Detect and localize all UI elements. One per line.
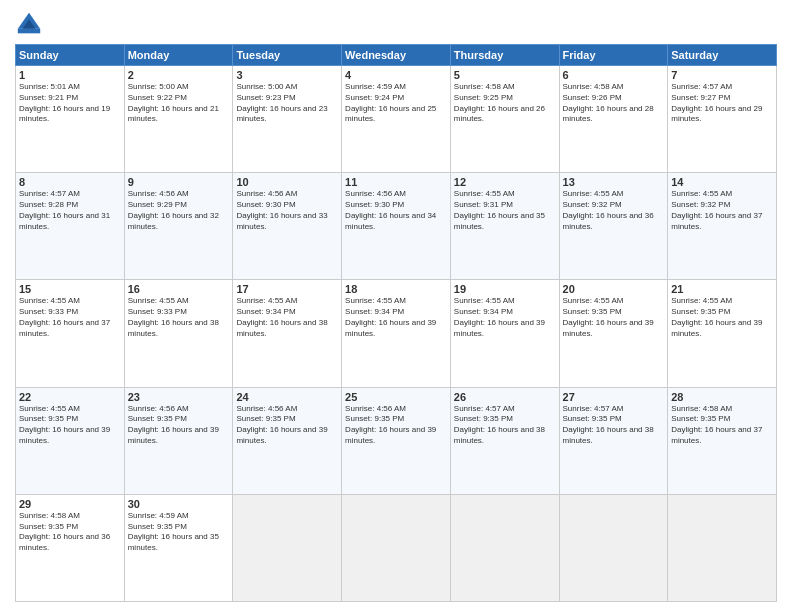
calendar-cell <box>450 494 559 601</box>
day-info: Sunrise: 4:55 AMSunset: 9:35 PMDaylight:… <box>671 296 773 339</box>
calendar-cell: 20 Sunrise: 4:55 AMSunset: 9:35 PMDaylig… <box>559 280 668 387</box>
calendar-cell: 13 Sunrise: 4:55 AMSunset: 9:32 PMDaylig… <box>559 173 668 280</box>
day-number: 4 <box>345 69 447 81</box>
calendar-cell: 7 Sunrise: 4:57 AMSunset: 9:27 PMDayligh… <box>668 66 777 173</box>
day-info: Sunrise: 4:59 AMSunset: 9:24 PMDaylight:… <box>345 82 447 125</box>
day-info: Sunrise: 4:56 AMSunset: 9:35 PMDaylight:… <box>128 404 230 447</box>
day-number: 21 <box>671 283 773 295</box>
day-number: 14 <box>671 176 773 188</box>
calendar-cell: 10 Sunrise: 4:56 AMSunset: 9:30 PMDaylig… <box>233 173 342 280</box>
calendar-cell: 18 Sunrise: 4:55 AMSunset: 9:34 PMDaylig… <box>342 280 451 387</box>
day-info: Sunrise: 4:57 AMSunset: 9:28 PMDaylight:… <box>19 189 121 232</box>
day-info: Sunrise: 4:55 AMSunset: 9:35 PMDaylight:… <box>19 404 121 447</box>
day-number: 17 <box>236 283 338 295</box>
calendar-cell: 5 Sunrise: 4:58 AMSunset: 9:25 PMDayligh… <box>450 66 559 173</box>
day-number: 12 <box>454 176 556 188</box>
calendar-week-4: 22 Sunrise: 4:55 AMSunset: 9:35 PMDaylig… <box>16 387 777 494</box>
day-number: 1 <box>19 69 121 81</box>
day-info: Sunrise: 4:55 AMSunset: 9:33 PMDaylight:… <box>128 296 230 339</box>
calendar-cell: 4 Sunrise: 4:59 AMSunset: 9:24 PMDayligh… <box>342 66 451 173</box>
day-info: Sunrise: 4:57 AMSunset: 9:27 PMDaylight:… <box>671 82 773 125</box>
logo-icon <box>15 10 43 38</box>
calendar-cell <box>668 494 777 601</box>
calendar-cell: 21 Sunrise: 4:55 AMSunset: 9:35 PMDaylig… <box>668 280 777 387</box>
calendar-cell: 17 Sunrise: 4:55 AMSunset: 9:34 PMDaylig… <box>233 280 342 387</box>
day-info: Sunrise: 4:55 AMSunset: 9:34 PMDaylight:… <box>454 296 556 339</box>
calendar-cell: 12 Sunrise: 4:55 AMSunset: 9:31 PMDaylig… <box>450 173 559 280</box>
calendar-cell: 23 Sunrise: 4:56 AMSunset: 9:35 PMDaylig… <box>124 387 233 494</box>
day-number: 2 <box>128 69 230 81</box>
calendar-cell: 2 Sunrise: 5:00 AMSunset: 9:22 PMDayligh… <box>124 66 233 173</box>
day-number: 18 <box>345 283 447 295</box>
day-number: 29 <box>19 498 121 510</box>
day-number: 9 <box>128 176 230 188</box>
calendar-cell: 25 Sunrise: 4:56 AMSunset: 9:35 PMDaylig… <box>342 387 451 494</box>
day-info: Sunrise: 4:56 AMSunset: 9:29 PMDaylight:… <box>128 189 230 232</box>
day-info: Sunrise: 4:58 AMSunset: 9:35 PMDaylight:… <box>671 404 773 447</box>
calendar-cell: 6 Sunrise: 4:58 AMSunset: 9:26 PMDayligh… <box>559 66 668 173</box>
day-number: 16 <box>128 283 230 295</box>
day-number: 22 <box>19 391 121 403</box>
day-number: 3 <box>236 69 338 81</box>
day-info: Sunrise: 5:00 AMSunset: 9:22 PMDaylight:… <box>128 82 230 125</box>
day-info: Sunrise: 4:55 AMSunset: 9:33 PMDaylight:… <box>19 296 121 339</box>
calendar-cell: 19 Sunrise: 4:55 AMSunset: 9:34 PMDaylig… <box>450 280 559 387</box>
day-number: 10 <box>236 176 338 188</box>
day-info: Sunrise: 4:56 AMSunset: 9:30 PMDaylight:… <box>236 189 338 232</box>
weekday-header-saturday: Saturday <box>668 45 777 66</box>
day-number: 8 <box>19 176 121 188</box>
day-number: 7 <box>671 69 773 81</box>
page: SundayMondayTuesdayWednesdayThursdayFrid… <box>0 0 792 612</box>
calendar-cell: 8 Sunrise: 4:57 AMSunset: 9:28 PMDayligh… <box>16 173 125 280</box>
calendar-cell: 16 Sunrise: 4:55 AMSunset: 9:33 PMDaylig… <box>124 280 233 387</box>
day-number: 15 <box>19 283 121 295</box>
weekday-header-thursday: Thursday <box>450 45 559 66</box>
calendar-cell: 9 Sunrise: 4:56 AMSunset: 9:29 PMDayligh… <box>124 173 233 280</box>
calendar-cell <box>342 494 451 601</box>
calendar-cell: 22 Sunrise: 4:55 AMSunset: 9:35 PMDaylig… <box>16 387 125 494</box>
calendar-cell: 15 Sunrise: 4:55 AMSunset: 9:33 PMDaylig… <box>16 280 125 387</box>
day-number: 28 <box>671 391 773 403</box>
day-info: Sunrise: 4:55 AMSunset: 9:32 PMDaylight:… <box>671 189 773 232</box>
day-number: 11 <box>345 176 447 188</box>
day-info: Sunrise: 4:58 AMSunset: 9:35 PMDaylight:… <box>19 511 121 554</box>
calendar-week-5: 29 Sunrise: 4:58 AMSunset: 9:35 PMDaylig… <box>16 494 777 601</box>
calendar-week-2: 8 Sunrise: 4:57 AMSunset: 9:28 PMDayligh… <box>16 173 777 280</box>
calendar-cell: 11 Sunrise: 4:56 AMSunset: 9:30 PMDaylig… <box>342 173 451 280</box>
weekday-header-tuesday: Tuesday <box>233 45 342 66</box>
day-info: Sunrise: 4:55 AMSunset: 9:31 PMDaylight:… <box>454 189 556 232</box>
calendar-week-3: 15 Sunrise: 4:55 AMSunset: 9:33 PMDaylig… <box>16 280 777 387</box>
calendar-cell <box>559 494 668 601</box>
calendar-cell: 24 Sunrise: 4:56 AMSunset: 9:35 PMDaylig… <box>233 387 342 494</box>
day-number: 5 <box>454 69 556 81</box>
calendar-week-1: 1 Sunrise: 5:01 AMSunset: 9:21 PMDayligh… <box>16 66 777 173</box>
weekday-header-sunday: Sunday <box>16 45 125 66</box>
day-info: Sunrise: 4:57 AMSunset: 9:35 PMDaylight:… <box>563 404 665 447</box>
day-number: 25 <box>345 391 447 403</box>
calendar-cell: 27 Sunrise: 4:57 AMSunset: 9:35 PMDaylig… <box>559 387 668 494</box>
calendar-cell: 3 Sunrise: 5:00 AMSunset: 9:23 PMDayligh… <box>233 66 342 173</box>
day-info: Sunrise: 4:59 AMSunset: 9:35 PMDaylight:… <box>128 511 230 554</box>
calendar-cell: 26 Sunrise: 4:57 AMSunset: 9:35 PMDaylig… <box>450 387 559 494</box>
day-number: 13 <box>563 176 665 188</box>
day-number: 27 <box>563 391 665 403</box>
day-number: 19 <box>454 283 556 295</box>
day-number: 6 <box>563 69 665 81</box>
calendar-cell: 30 Sunrise: 4:59 AMSunset: 9:35 PMDaylig… <box>124 494 233 601</box>
calendar-cell: 1 Sunrise: 5:01 AMSunset: 9:21 PMDayligh… <box>16 66 125 173</box>
day-info: Sunrise: 4:58 AMSunset: 9:25 PMDaylight:… <box>454 82 556 125</box>
logo <box>15 10 47 38</box>
calendar-cell: 29 Sunrise: 4:58 AMSunset: 9:35 PMDaylig… <box>16 494 125 601</box>
svg-rect-2 <box>18 29 40 34</box>
day-info: Sunrise: 4:58 AMSunset: 9:26 PMDaylight:… <box>563 82 665 125</box>
day-number: 26 <box>454 391 556 403</box>
day-info: Sunrise: 4:55 AMSunset: 9:35 PMDaylight:… <box>563 296 665 339</box>
day-info: Sunrise: 5:01 AMSunset: 9:21 PMDaylight:… <box>19 82 121 125</box>
weekday-header-wednesday: Wednesday <box>342 45 451 66</box>
calendar-cell <box>233 494 342 601</box>
day-number: 20 <box>563 283 665 295</box>
day-info: Sunrise: 4:55 AMSunset: 9:34 PMDaylight:… <box>345 296 447 339</box>
header <box>15 10 777 38</box>
calendar-table: SundayMondayTuesdayWednesdayThursdayFrid… <box>15 44 777 602</box>
day-info: Sunrise: 4:57 AMSunset: 9:35 PMDaylight:… <box>454 404 556 447</box>
